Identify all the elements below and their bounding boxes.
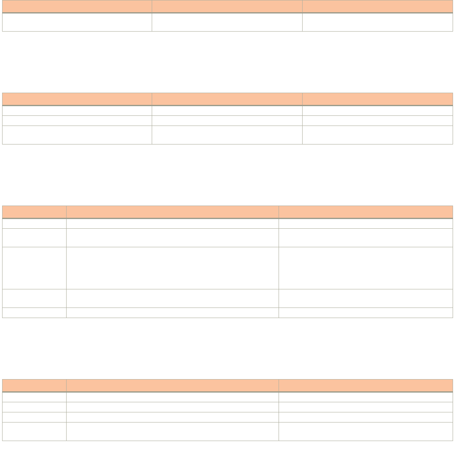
table-1 xyxy=(2,0,453,32)
cell xyxy=(3,412,67,423)
table-3-header-1 xyxy=(3,206,67,219)
cell xyxy=(3,13,152,32)
table-row xyxy=(3,247,453,289)
cell xyxy=(66,412,279,423)
cell xyxy=(152,106,303,116)
cell xyxy=(66,402,279,412)
cell xyxy=(279,219,453,229)
cell xyxy=(3,116,152,126)
table-3-header-2 xyxy=(66,206,279,219)
table-row xyxy=(3,392,453,402)
cell xyxy=(66,247,279,289)
table-2-header-1 xyxy=(3,93,152,106)
table-2-header-3 xyxy=(303,93,453,106)
cell xyxy=(66,308,279,318)
cell xyxy=(279,247,453,289)
table-1-header-2 xyxy=(152,0,303,13)
table-row xyxy=(3,219,453,229)
cell xyxy=(3,229,67,247)
table-row xyxy=(3,412,453,423)
cell xyxy=(3,289,67,308)
table-4-header-1 xyxy=(3,380,67,392)
cell xyxy=(3,392,67,402)
table-2-header-2 xyxy=(152,93,303,106)
table-row xyxy=(3,289,453,308)
cell xyxy=(3,106,152,116)
cell xyxy=(279,402,453,412)
table-4-header-3 xyxy=(279,380,453,392)
table-4-header-2 xyxy=(66,380,279,392)
table-row xyxy=(3,402,453,412)
cell xyxy=(303,126,453,144)
cell xyxy=(3,402,67,412)
cell xyxy=(3,423,67,441)
cell xyxy=(279,229,453,247)
cell xyxy=(3,247,67,289)
cell xyxy=(3,126,152,144)
cell xyxy=(152,116,303,126)
table-row xyxy=(3,13,453,32)
table-row xyxy=(3,308,453,318)
cell xyxy=(66,219,279,229)
table-1-header-1 xyxy=(3,0,152,13)
cell xyxy=(66,229,279,247)
table-row xyxy=(3,106,453,116)
cell xyxy=(303,13,453,32)
cell xyxy=(152,126,303,144)
cell xyxy=(66,423,279,441)
cell xyxy=(3,308,67,318)
table-4 xyxy=(2,379,453,441)
table-3 xyxy=(2,206,453,318)
table-1-header-3 xyxy=(303,0,453,13)
cell xyxy=(279,392,453,402)
cell xyxy=(303,116,453,126)
cell xyxy=(303,106,453,116)
cell xyxy=(279,308,453,318)
cell xyxy=(3,219,67,229)
table-row xyxy=(3,116,453,126)
table-row xyxy=(3,423,453,441)
cell xyxy=(66,289,279,308)
table-3-header-3 xyxy=(279,206,453,219)
table-row xyxy=(3,126,453,144)
cell xyxy=(279,412,453,423)
cell xyxy=(152,13,303,32)
table-2 xyxy=(2,93,453,144)
cell xyxy=(66,392,279,402)
table-row xyxy=(3,229,453,247)
cell xyxy=(279,289,453,308)
cell xyxy=(279,423,453,441)
